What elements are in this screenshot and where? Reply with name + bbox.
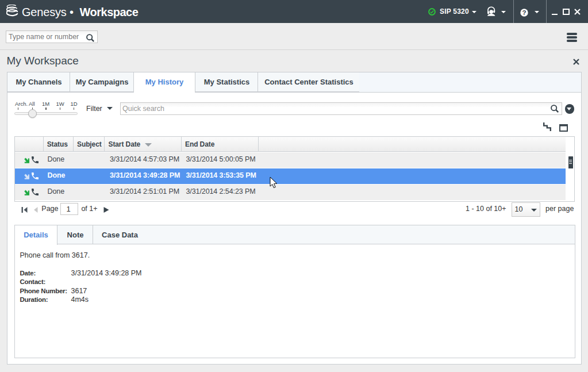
svg-text:?: ?	[522, 9, 526, 16]
